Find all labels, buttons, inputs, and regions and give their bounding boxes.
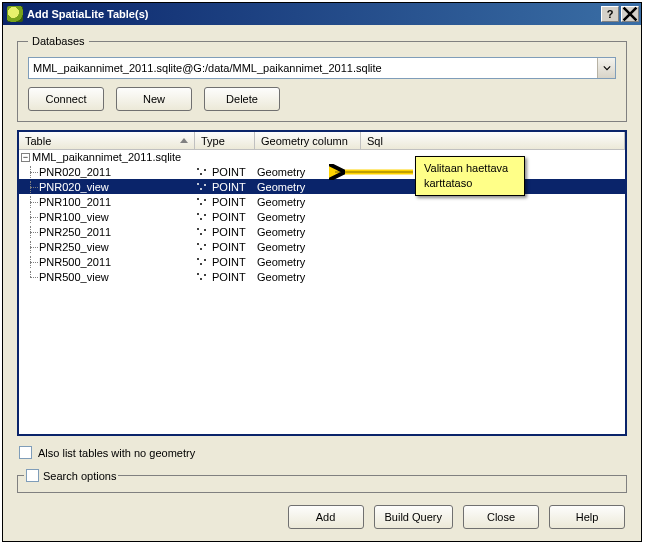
row-name: PNR020_view [39,181,109,193]
search-options-label: Search options [43,470,116,482]
column-header-type[interactable]: Type [195,132,255,149]
row-geom: Geometry [257,241,305,253]
tree-branch-icon [25,241,37,253]
point-geometry-icon [195,257,209,267]
nogeom-checkbox-label: Also list tables with no geometry [38,447,195,459]
tree-branch-icon [25,181,37,193]
table-row[interactable]: PNR020_viewPOINTGeometry [19,179,625,194]
row-name: PNR500_2011 [39,256,111,268]
row-type: POINT [212,196,246,208]
build-query-button[interactable]: Build Query [374,505,453,529]
database-selected-value: MML_paikannimet_2011.sqlite@G:/data/MML_… [33,62,382,74]
tree-branch-icon [25,271,37,283]
window-title: Add SpatiaLite Table(s) [27,8,599,20]
row-name: PNR100_2011 [39,196,111,208]
table-row[interactable]: PNR500_viewPOINTGeometry [19,269,625,284]
row-name: PNR020_2011 [39,166,111,178]
table-row[interactable]: PNR250_2011POINTGeometry [19,224,625,239]
point-geometry-icon [195,242,209,252]
nogeom-checkbox-row[interactable]: Also list tables with no geometry [17,444,627,461]
add-button[interactable]: Add [288,505,364,529]
row-geom: Geometry [257,211,305,223]
point-geometry-icon [195,182,209,192]
search-options-group: Search options [17,469,627,493]
column-header-sql[interactable]: Sql [361,132,625,149]
row-geom: Geometry [257,256,305,268]
app-icon [7,6,23,22]
nogeom-checkbox[interactable] [19,446,32,459]
tree-branch-icon [25,211,37,223]
close-button-titlebar[interactable] [621,6,639,22]
row-name: PNR100_view [39,211,109,223]
databases-group: Databases MML_paikannimet_2011.sqlite@G:… [17,35,627,122]
help-button-titlebar[interactable]: ? [601,6,619,22]
row-type: POINT [212,241,246,253]
row-type: POINT [212,181,246,193]
column-header-table[interactable]: Table [19,132,195,149]
table-row[interactable]: PNR020_2011POINTGeometry [19,164,625,179]
tree-branch-icon [25,256,37,268]
new-button[interactable]: New [116,87,192,111]
tree-branch-icon [25,196,37,208]
chevron-down-icon[interactable] [597,58,615,78]
table-body: − MML_paikannimet_2011.sqlite PNR020_201… [19,150,625,434]
database-node-label: MML_paikannimet_2011.sqlite [32,151,181,163]
table-row[interactable]: PNR500_2011POINTGeometry [19,254,625,269]
row-type: POINT [212,271,246,283]
connect-button[interactable]: Connect [28,87,104,111]
table-row[interactable]: PNR250_viewPOINTGeometry [19,239,625,254]
row-geom: Geometry [257,196,305,208]
table-header: Table Type Geometry column Sql [19,132,625,150]
dialog-window: Add SpatiaLite Table(s) ? Databases MML_… [2,2,642,542]
footer-buttons: Add Build Query Close Help [17,501,627,531]
row-type: POINT [212,226,246,238]
row-geom: Geometry [257,181,305,193]
point-geometry-icon [195,227,209,237]
point-geometry-icon [195,167,209,177]
row-geom: Geometry [257,271,305,283]
database-node[interactable]: − MML_paikannimet_2011.sqlite [19,150,625,164]
databases-legend: Databases [28,35,89,47]
row-name: PNR250_view [39,241,109,253]
database-combobox[interactable]: MML_paikannimet_2011.sqlite@G:/data/MML_… [28,57,616,79]
tree-branch-icon [25,226,37,238]
table-list: Table Type Geometry column Sql − MML_pai… [17,130,627,436]
tree-branch-icon [25,166,37,178]
collapse-icon[interactable]: − [21,153,30,162]
row-type: POINT [212,256,246,268]
column-header-geometry[interactable]: Geometry column [255,132,361,149]
row-type: POINT [212,211,246,223]
delete-button[interactable]: Delete [204,87,280,111]
row-name: PNR250_2011 [39,226,111,238]
database-button-row: Connect New Delete [28,87,616,111]
database-combo-row: MML_paikannimet_2011.sqlite@G:/data/MML_… [28,57,616,79]
annotation-line2: karttataso [424,176,516,191]
titlebar: Add SpatiaLite Table(s) ? [3,3,641,25]
close-button[interactable]: Close [463,505,539,529]
help-button[interactable]: Help [549,505,625,529]
row-geom: Geometry [257,166,305,178]
point-geometry-icon [195,212,209,222]
search-options-checkbox[interactable] [26,469,39,482]
point-geometry-icon [195,272,209,282]
table-row[interactable]: PNR100_2011POINTGeometry [19,194,625,209]
search-options-legend[interactable]: Search options [24,469,118,482]
row-name: PNR500_view [39,271,109,283]
row-type: POINT [212,166,246,178]
dialog-content: Databases MML_paikannimet_2011.sqlite@G:… [3,25,641,541]
annotation-callout: Valitaan haettava karttataso [415,156,525,196]
row-geom: Geometry [257,226,305,238]
annotation-line1: Valitaan haettava [424,161,516,176]
point-geometry-icon [195,197,209,207]
table-row[interactable]: PNR100_viewPOINTGeometry [19,209,625,224]
